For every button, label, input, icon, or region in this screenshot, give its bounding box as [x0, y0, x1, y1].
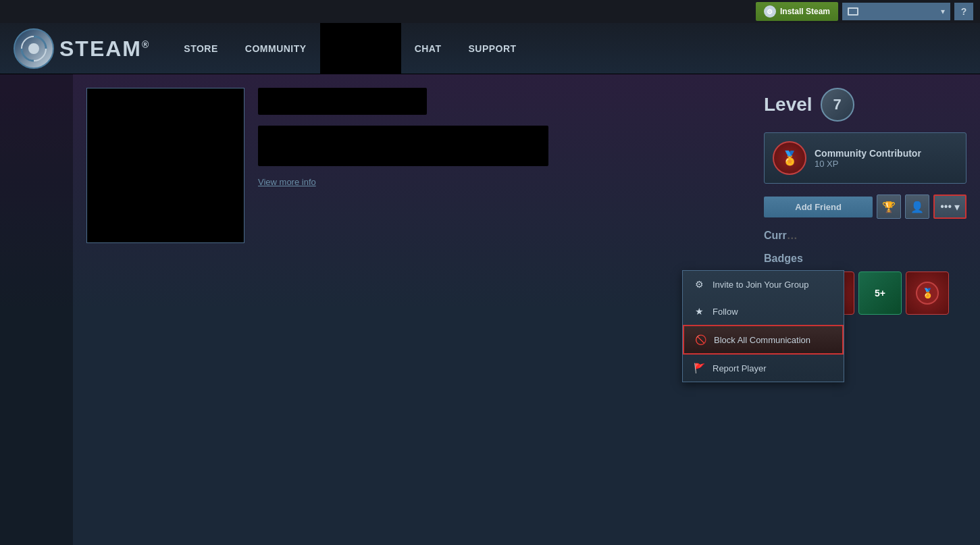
email-icon [848, 7, 858, 16]
install-steam-label: Install Steam [780, 7, 830, 16]
contributor-badge-image: 🏅 [773, 141, 806, 175]
nav-username[interactable] [320, 23, 401, 74]
left-sidebar [0, 74, 73, 545]
contributor-box: 🏅 Community Contributor 10 XP [764, 132, 966, 184]
steam-icon-small: ⚙ [764, 5, 776, 18]
level-value: 7 [833, 96, 841, 113]
install-steam-button[interactable]: ⚙ Install Steam [756, 2, 838, 21]
nav-community[interactable]: COMMUNITY [232, 23, 320, 74]
profile-info: View more info [258, 88, 744, 243]
badge-item-3[interactable]: 5+ [858, 271, 902, 315]
email-dropdown-button[interactable]: ▾ [842, 3, 950, 20]
dropdown-menu: ⚙ Invite to Join Your Group ★ Follow 🚫 B… [682, 270, 844, 382]
badges-label: Badges [764, 253, 966, 265]
level-badge: 7 [821, 88, 854, 122]
currently-label: Curr… [764, 230, 966, 242]
currently-section: Curr… [764, 230, 966, 242]
block-icon: 🚫 [694, 333, 707, 346]
action-buttons: Add Friend 🏆 👤 ••• ▾ [764, 194, 966, 219]
main-nav: STORE COMMUNITY CHAT SUPPORT [170, 23, 530, 74]
profile-header: View more info [86, 88, 744, 243]
dropdown-report-item[interactable]: 🚩 Report Player [683, 355, 844, 382]
help-label: ? [961, 6, 967, 17]
dropdown-block-label: Block All Communication [714, 335, 810, 345]
view-more-info-link[interactable]: View more info [258, 177, 744, 187]
dropdown-follow-item[interactable]: ★ Follow [683, 298, 844, 325]
dropdown-invite-item[interactable]: ⚙ Invite to Join Your Group [683, 271, 844, 298]
report-icon: 🚩 [692, 361, 706, 375]
level-section: Level 7 [764, 88, 966, 122]
dropdown-arrow-icon: ▾ [941, 7, 945, 16]
steam-logo-circle [14, 28, 54, 69]
more-arrow-icon: ▾ [954, 201, 960, 213]
follow-icon: ★ [692, 305, 706, 318]
contributor-title: Community Contributor [815, 148, 921, 159]
nav-support[interactable]: SUPPORT [455, 23, 530, 74]
dropdown-invite-label: Invite to Join Your Group [713, 280, 808, 290]
profile-description-bar [258, 126, 548, 166]
profile-area: View more info [73, 74, 757, 545]
badge-3-text: 5+ [875, 288, 885, 299]
avatar-image [86, 88, 244, 243]
achievement-icon-button[interactable]: 🏆 [877, 194, 901, 219]
more-dots-icon: ••• [940, 201, 952, 213]
profile-icon-button[interactable]: 👤 [905, 194, 929, 219]
nav-chat[interactable]: CHAT [401, 23, 455, 74]
avatar-container [86, 88, 244, 243]
more-options-button[interactable]: ••• ▾ [933, 194, 966, 219]
invite-icon: ⚙ [692, 278, 706, 291]
header-nav: STEAM® STORE COMMUNITY CHAT SUPPORT [0, 23, 980, 74]
add-friend-button[interactable]: Add Friend [764, 197, 873, 217]
steam-logo-text: STEAM® [59, 36, 150, 61]
steam-logo: STEAM® [14, 28, 150, 69]
header: ⚙ Install Steam ▾ ? STEAM® [0, 0, 980, 74]
svg-text:🏅: 🏅 [922, 288, 934, 299]
help-button[interactable]: ? [954, 3, 973, 20]
header-top-bar: ⚙ Install Steam ▾ ? [0, 0, 980, 23]
badge-item-4[interactable]: 🏅 [906, 271, 949, 315]
svg-point-1 [28, 43, 39, 54]
level-label: Level [764, 94, 813, 115]
dropdown-follow-label: Follow [713, 307, 738, 317]
dropdown-block-item[interactable]: 🚫 Block All Communication [683, 325, 844, 355]
username-bar [258, 88, 427, 115]
contributor-info: Community Contributor 10 XP [815, 148, 921, 169]
dropdown-report-label: Report Player [713, 363, 766, 373]
contributor-xp: 10 XP [815, 159, 921, 169]
nav-store[interactable]: STORE [170, 23, 231, 74]
